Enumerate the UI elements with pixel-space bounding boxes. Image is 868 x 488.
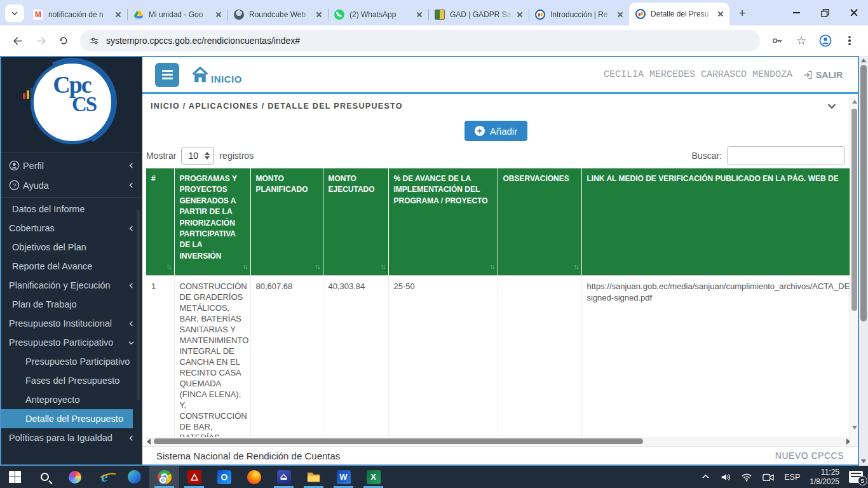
- close-icon[interactable]: [214, 10, 224, 20]
- sidebar-subitem-anteproyecto[interactable]: Anteproyecto: [1, 390, 142, 409]
- add-row: + Añadir: [142, 121, 850, 141]
- sidebar-item-reporte-avance[interactable]: Reporte del Avance: [1, 257, 142, 276]
- excel-icon: X: [367, 470, 381, 484]
- taskbar-edge-button[interactable]: [119, 466, 149, 488]
- wifi-icon[interactable]: [741, 471, 752, 483]
- close-icon[interactable]: [414, 10, 424, 20]
- start-button[interactable]: [0, 466, 30, 488]
- search-wrap: Buscar:: [692, 146, 845, 165]
- browser-scroll-thumb[interactable]: [860, 65, 867, 322]
- col-monto-ejecutado[interactable]: MONTO EJECUTADO↑↓: [323, 168, 388, 275]
- clock[interactable]: 11:25 1/8/2025: [810, 468, 839, 487]
- tab-search-button[interactable]: [5, 4, 24, 22]
- col-programas[interactable]: PROGRAMAS Y PROYECTOS GENERADOS A PARTIR…: [174, 168, 250, 275]
- forward-button[interactable]: [31, 31, 50, 50]
- close-icon[interactable]: [314, 10, 324, 20]
- sidebar-subitem-presupuesto-participativo[interactable]: Presupuesto Participativo: [1, 352, 142, 371]
- close-window-button[interactable]: [839, 0, 868, 25]
- sidebar-item-politicas-igualdad[interactable]: Políticas para la Igualdad: [1, 428, 142, 447]
- sidebar-item-datos-informe[interactable]: Datos del Informe: [1, 200, 142, 219]
- scroll-up-arrow-icon[interactable]: [852, 100, 857, 104]
- table-row[interactable]: 1 CONSTRUCCIÓN DE GRADERÍOS METÁLICOS, B…: [146, 275, 851, 437]
- site-settings-icon[interactable]: [89, 36, 100, 46]
- col-observaciones[interactable]: OBSERVACIONES↑↓: [498, 168, 581, 275]
- sidebar-item-presupuesto-participativo[interactable]: Presupuesto Participativo: [1, 333, 142, 352]
- taskbar-search-button[interactable]: [30, 466, 60, 488]
- password-key-icon[interactable]: [767, 30, 787, 51]
- close-icon[interactable]: [113, 10, 123, 20]
- volume-icon[interactable]: [720, 471, 731, 483]
- search-input[interactable]: [727, 146, 845, 165]
- collapse-chevron-icon[interactable]: [827, 101, 837, 111]
- tab-roundcube[interactable]: Roundcube Web: [227, 4, 328, 25]
- minimize-button[interactable]: [782, 0, 811, 25]
- col-link[interactable]: LINK AL MEDIO DE VERIFICACIÓN PUBLICADO …: [581, 168, 851, 275]
- close-icon[interactable]: [515, 10, 525, 20]
- new-tab-button[interactable]: +: [733, 4, 751, 22]
- scroll-down-arrow-icon[interactable]: [861, 459, 866, 463]
- close-icon[interactable]: [615, 10, 625, 20]
- url-text[interactable]: systempro.cpccs.gob.ec/rendicioncuentas/…: [106, 36, 300, 46]
- taskbar-internet-explorer-button[interactable]: e: [90, 466, 119, 488]
- page-footer: Sistema Nacional de Rendición de Cuentas…: [142, 446, 858, 464]
- taskbar-chrome-button[interactable]: [149, 466, 179, 488]
- sidebar-item-planificacion[interactable]: Planificación y Ejecución: [1, 276, 142, 295]
- taskbar-outlook-button[interactable]: [209, 466, 239, 488]
- bookmark-star-icon[interactable]: ☆: [791, 30, 811, 51]
- tab-detalle-presupuesto-active[interactable]: Detalle del Presu: [629, 3, 729, 25]
- taskbar-acrobat-button[interactable]: [179, 466, 209, 488]
- sidebar-nav: Perfil Ayuda Datos del Informe Cobertura…: [1, 152, 142, 447]
- browser-vertical-scrollbar[interactable]: [859, 56, 868, 466]
- content-scroll-thumb[interactable]: [851, 109, 857, 311]
- horizontal-scrollbar[interactable]: [146, 437, 851, 445]
- sidebar-subitem-detalle-presupuesto[interactable]: Detalle del Presupuesto: [1, 409, 133, 428]
- taskbar-firefox-button[interactable]: [239, 466, 269, 488]
- col-num[interactable]: #↑↓: [146, 168, 174, 275]
- sidebar-subitem-fases-presupuesto[interactable]: Fases del Presupuesto: [1, 371, 142, 390]
- close-icon[interactable]: [715, 9, 726, 19]
- sidebar-item-perfil[interactable]: Perfil: [1, 156, 142, 175]
- scroll-up-arrow-icon[interactable]: [861, 58, 866, 62]
- content-vertical-scrollbar[interactable]: [850, 96, 858, 445]
- taskbar-copilot-button[interactable]: [60, 466, 90, 488]
- taskbar-scanner-button[interactable]: [269, 466, 299, 488]
- scroll-left-arrow-icon[interactable]: [147, 438, 151, 445]
- tab-gmail[interactable]: M notificación de n: [27, 4, 127, 25]
- tab-whatsapp[interactable]: (2) WhatsApp: [328, 4, 428, 25]
- scroll-down-arrow-icon[interactable]: [852, 426, 857, 430]
- sidebar-item-coberturas[interactable]: Coberturas: [1, 219, 142, 238]
- home-link[interactable]: INICIO: [191, 65, 242, 85]
- meet-now-camera-icon[interactable]: [762, 471, 775, 483]
- logout-button[interactable]: SALIR: [803, 70, 843, 80]
- language-indicator[interactable]: ESP: [784, 473, 800, 482]
- profile-avatar-icon[interactable]: [815, 30, 836, 51]
- sidebar-scrollbar[interactable]: [137, 210, 140, 400]
- col-avance[interactable]: % DE AVANCE DE LA IMPLEMENTACIÓN DEL PRO…: [388, 168, 498, 275]
- tab-drive[interactable]: Mi unidad - Goo: [127, 4, 227, 25]
- add-button[interactable]: + Añadir: [465, 121, 527, 141]
- taskbar-file-explorer-button[interactable]: [299, 466, 329, 488]
- taskbar-excel-button[interactable]: X: [358, 466, 388, 488]
- address-bar[interactable]: systempro.cpccs.gob.ec/rendicioncuentas/…: [80, 30, 760, 51]
- reload-button[interactable]: [54, 31, 73, 50]
- restore-button[interactable]: [811, 0, 839, 25]
- notification-center-icon[interactable]: 5: [849, 471, 863, 483]
- taskbar-word-button[interactable]: W: [329, 466, 358, 488]
- chevron-left-icon: [128, 282, 135, 289]
- tab-gad[interactable]: GAD | GADPR Sa: [428, 4, 529, 25]
- question-icon: [9, 180, 23, 191]
- sidebar-item-presupuesto-institucional[interactable]: Presupuesto Institucional: [1, 314, 142, 333]
- budget-table-viewport: #↑↓ PROGRAMAS Y PROYECTOS GENERADOS A PA…: [146, 168, 851, 437]
- menu-hamburger-button[interactable]: [155, 63, 179, 87]
- back-button[interactable]: [8, 31, 27, 50]
- sidebar-item-objetivos-plan[interactable]: Objetivos del Plan: [1, 238, 142, 257]
- col-monto-planificado[interactable]: MONTO PLANIFICADO↑↓: [250, 168, 323, 275]
- page-size-select[interactable]: 10: [181, 147, 214, 165]
- windows-logo-icon: [9, 471, 22, 484]
- horizontal-scroll-thumb[interactable]: [154, 438, 643, 444]
- sidebar-item-plan-trabajo[interactable]: Plan de Trabajo: [1, 295, 142, 314]
- tab-introduccion[interactable]: Introducción | Re: [529, 4, 629, 25]
- tray-chevron-up-icon[interactable]: [701, 472, 710, 482]
- browser-menu-icon[interactable]: [839, 30, 860, 51]
- sidebar-item-ayuda[interactable]: Ayuda: [1, 175, 142, 195]
